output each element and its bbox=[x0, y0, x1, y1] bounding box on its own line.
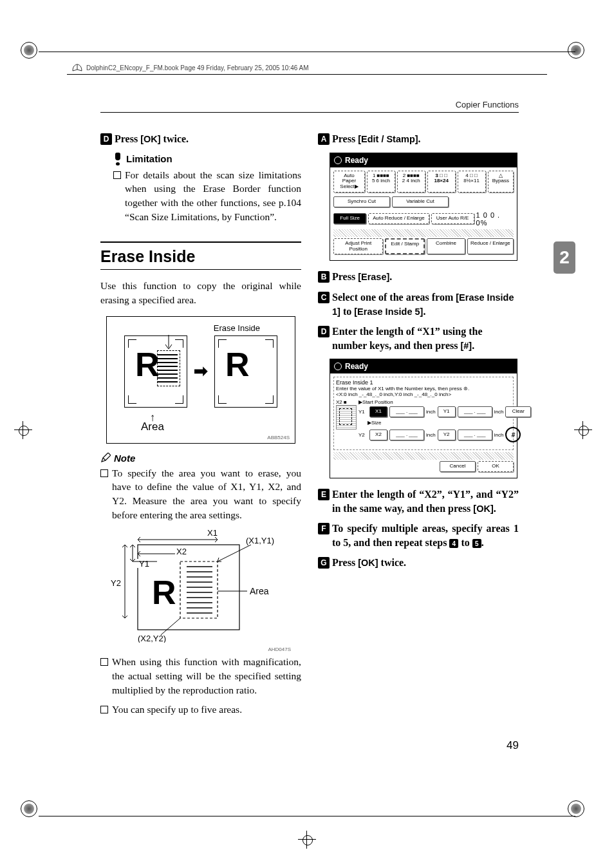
step-text: To specify multiple areas, specify areas… bbox=[332, 522, 519, 549]
ok-button[interactable]: OK bbox=[478, 461, 514, 472]
unit-label: inch bbox=[426, 409, 436, 415]
reduce-enlarge-button[interactable]: Reduce / Enlarge bbox=[467, 238, 514, 255]
figure-label: Erase Inside bbox=[112, 323, 290, 333]
crosshair-mark bbox=[298, 831, 324, 856]
synchro-cut-button[interactable]: Synchro Cut bbox=[333, 196, 390, 207]
dialog-instruction: Enter the value of X1 with the Number ke… bbox=[336, 386, 511, 392]
x2-value[interactable]: ___ . ___ bbox=[389, 429, 424, 440]
y1-value[interactable]: ___ . ___ bbox=[458, 406, 492, 417]
arrow-right-icon: ➡ bbox=[194, 361, 208, 381]
tray-4[interactable]: 4 □ □ 8½×11 bbox=[458, 171, 486, 193]
arrow-down-icon bbox=[162, 335, 175, 352]
unit-label: inch bbox=[426, 432, 436, 438]
ready-icon bbox=[334, 156, 342, 164]
step-text: Select one of the areas from [Erase Insi… bbox=[332, 290, 519, 318]
svg-text:R: R bbox=[152, 574, 176, 611]
auto-reduce-enlarge-button[interactable]: Auto Reduce / Enlarge bbox=[368, 213, 429, 224]
limitation-icon bbox=[113, 153, 122, 165]
step-badge-2: B bbox=[318, 271, 330, 283]
heading-erase-inside: Erase Inside bbox=[100, 241, 301, 270]
bullet-icon bbox=[113, 171, 121, 179]
y2-label: Y2 bbox=[358, 432, 367, 438]
svg-text:Area: Area bbox=[250, 586, 269, 596]
step-badge-1: A bbox=[318, 133, 330, 145]
y2-field-button[interactable]: Y2 bbox=[438, 429, 456, 440]
dialog-range: <X:0 inch _-_48_._0 inch,Y:0 inch _-_48_… bbox=[336, 392, 511, 397]
ss-titlebar: Ready bbox=[330, 359, 517, 373]
dialog-title: Erase Inside 1 bbox=[336, 379, 511, 386]
svg-line-26 bbox=[218, 545, 251, 561]
inline-step-4-icon: 4 bbox=[449, 539, 458, 548]
step-badge-5: E bbox=[318, 489, 330, 500]
edit-stamp-button[interactable]: Edit / Stamp bbox=[385, 238, 425, 255]
original-diagram: R bbox=[124, 335, 187, 408]
clear-button[interactable]: Clear bbox=[505, 406, 531, 417]
screenshot-main: Ready Auto Paper Select▶ 1 ■■■■ 5 6 inch… bbox=[330, 153, 517, 261]
registration-mark bbox=[21, 42, 46, 68]
intro-paragraph: Use this function to copy the original w… bbox=[100, 279, 301, 307]
step-text: Enter the length of “X1” using the numbe… bbox=[332, 325, 519, 352]
crosshair-mark bbox=[14, 421, 40, 447]
start-position-label: ▶Start Position bbox=[358, 399, 531, 405]
size-label: ▶Size bbox=[367, 420, 531, 426]
svg-line-30 bbox=[161, 618, 180, 635]
unit-label: inch bbox=[494, 409, 504, 415]
svg-text:Y2: Y2 bbox=[111, 578, 121, 588]
book-header: DolphinC2_ENcopy_F_FM.book Page 49 Frida… bbox=[72, 63, 309, 72]
svg-text:X2: X2 bbox=[176, 547, 187, 556]
x1-value[interactable]: ___ . ___ bbox=[389, 406, 424, 417]
crosshair-mark bbox=[574, 421, 600, 447]
step-text: Press [OK] twice. bbox=[115, 132, 189, 146]
hash-button[interactable]: ＃ bbox=[505, 427, 521, 442]
x1-field-button[interactable]: X1 bbox=[369, 406, 387, 417]
note-heading: Note bbox=[100, 453, 301, 464]
crop-line bbox=[39, 52, 575, 52]
figure-erase-inside: Erase Inside R ➡ R bbox=[106, 316, 295, 444]
tray-2[interactable]: 2 ■■■■ 2 4 inch bbox=[397, 171, 425, 193]
result-diagram: R bbox=[214, 335, 277, 408]
auto-paper-select[interactable]: Auto Paper Select▶ bbox=[333, 171, 365, 193]
figure-code: ABB524S bbox=[112, 435, 290, 440]
unit-label: inch bbox=[494, 432, 504, 438]
note-bullet: When using this function with magnificat… bbox=[100, 655, 301, 697]
tray-1[interactable]: 1 ■■■■ 5 6 inch bbox=[367, 171, 395, 193]
registration-mark bbox=[21, 800, 46, 826]
ready-label: Ready bbox=[345, 362, 368, 371]
svg-text:(X2,Y2): (X2,Y2) bbox=[138, 634, 166, 643]
bypass-tray[interactable]: △ Bypass bbox=[488, 171, 514, 193]
limitation-bullet: For details about the scan size limitati… bbox=[113, 168, 301, 224]
running-head: Copier Functions bbox=[100, 100, 519, 113]
registration-mark bbox=[568, 42, 593, 68]
bullet-icon bbox=[100, 658, 108, 666]
step-badge-4: D bbox=[100, 133, 112, 145]
variable-cut-button[interactable]: Variable Cut bbox=[392, 196, 449, 207]
figure-code: AHD047S bbox=[111, 646, 291, 652]
note-bullet: You can specify up to five areas. bbox=[100, 703, 301, 717]
note-bullet: To specify the area you want to erase, y… bbox=[100, 466, 301, 522]
step-text: Press [OK] twice. bbox=[332, 556, 406, 570]
combine-button[interactable]: Combine bbox=[427, 238, 465, 255]
step-text: Enter the length of “X2”, “Y1”, and “Y2”… bbox=[332, 487, 519, 515]
screenshot-erase-inside: Ready Erase Inside 1 Enter the value of … bbox=[330, 359, 517, 478]
pencil-icon bbox=[100, 453, 111, 463]
y2-value[interactable]: ___ . ___ bbox=[458, 429, 492, 440]
zoom-percent: 1 0 0 . 0% bbox=[476, 211, 514, 227]
figure-coordinate-diagram: R X1 X2 bbox=[111, 527, 291, 652]
ready-label: Ready bbox=[345, 156, 368, 165]
inline-step-5-icon: 5 bbox=[472, 539, 481, 548]
cancel-button[interactable]: Cancel bbox=[440, 461, 476, 472]
y1-field-button[interactable]: Y1 bbox=[438, 406, 456, 417]
full-size-button[interactable]: Full Size bbox=[333, 213, 366, 224]
bullet-icon bbox=[100, 706, 108, 713]
user-auto-re-button[interactable]: User Auto R/E bbox=[431, 213, 474, 224]
y1-label: Y1 bbox=[358, 409, 367, 415]
registration-mark bbox=[568, 800, 593, 826]
step-badge-6: F bbox=[318, 523, 330, 534]
x2-field-button[interactable]: X2 bbox=[369, 429, 387, 440]
step-text: Press [Erase]. bbox=[332, 270, 392, 284]
area-label: Area bbox=[112, 420, 290, 433]
adjust-print-position-button[interactable]: Adjust Print Position bbox=[333, 238, 383, 255]
tray-3[interactable]: 3 □ □ 18×24 bbox=[427, 171, 456, 193]
chapter-tab: 2 bbox=[554, 241, 575, 274]
ready-icon bbox=[334, 363, 342, 370]
